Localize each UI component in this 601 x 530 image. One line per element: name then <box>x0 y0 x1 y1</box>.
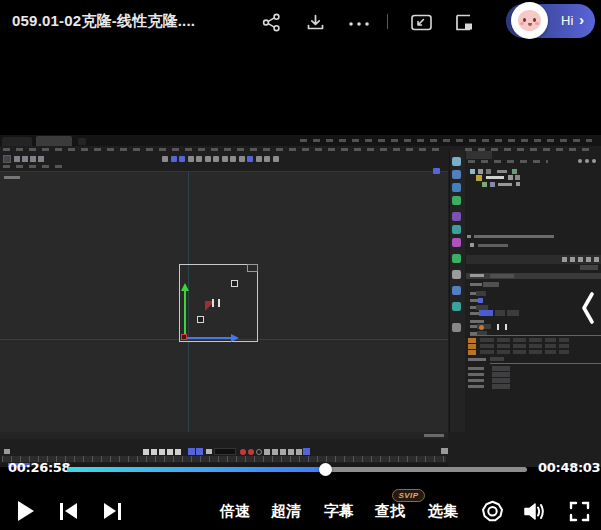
keying-icon[interactable] <box>288 449 294 455</box>
mode-tool-icon[interactable] <box>452 225 461 234</box>
tool-icon[interactable] <box>196 156 202 162</box>
object-handle[interactable] <box>231 280 238 287</box>
play-button[interactable] <box>18 501 36 521</box>
quality-button[interactable]: 超清 <box>271 502 301 521</box>
keying-icon[interactable] <box>280 449 286 455</box>
object-tree-item[interactable] <box>516 182 520 186</box>
transport-icon[interactable] <box>175 449 181 455</box>
attr-field[interactable] <box>513 350 526 354</box>
share-icon[interactable] <box>262 12 284 32</box>
tool-icon[interactable] <box>222 156 228 162</box>
transport-icon-active[interactable] <box>196 448 203 455</box>
attr-field[interactable] <box>513 344 526 348</box>
attr-field[interactable] <box>480 338 494 342</box>
keying-icon[interactable] <box>264 449 270 455</box>
x-axis-arrow[interactable] <box>187 337 231 339</box>
search-icon[interactable] <box>585 159 589 163</box>
tool-icon[interactable] <box>205 156 211 162</box>
transport-icon-active[interactable] <box>188 448 195 455</box>
transport-icon[interactable] <box>167 449 173 455</box>
object-tree-item[interactable] <box>490 182 495 187</box>
tool-icon[interactable] <box>171 156 177 162</box>
mode-tool-icon[interactable] <box>452 238 461 247</box>
mode-tool-icon[interactable] <box>452 170 461 179</box>
y-axis-arrow[interactable] <box>184 290 186 336</box>
attr-header-icon[interactable] <box>570 257 575 262</box>
tool-icon[interactable] <box>3 155 11 163</box>
volume-icon[interactable] <box>522 500 546 524</box>
record-icon[interactable] <box>240 449 246 455</box>
attr-field[interactable] <box>545 350 556 354</box>
tool-icon[interactable] <box>247 156 253 162</box>
attr-field[interactable] <box>492 372 510 377</box>
attr-checkbox[interactable] <box>478 298 483 303</box>
attr-field[interactable] <box>483 282 499 287</box>
slider-handle[interactable] <box>497 324 499 330</box>
object-tree-item[interactable] <box>512 169 517 174</box>
tool-icon[interactable] <box>188 156 194 162</box>
progress-bar[interactable] <box>67 467 527 472</box>
attr-field[interactable] <box>480 344 494 348</box>
previous-episode-button[interactable] <box>60 503 78 520</box>
tool-icon[interactable] <box>14 156 20 162</box>
tool-icon[interactable] <box>162 156 168 162</box>
subtitles-button[interactable]: 字幕 <box>324 502 354 521</box>
attr-header-icon[interactable] <box>562 257 567 262</box>
download-icon[interactable] <box>306 12 328 32</box>
record-icon[interactable] <box>256 449 262 455</box>
object-tree-item[interactable] <box>498 183 512 186</box>
attr-mini-field[interactable] <box>580 265 598 270</box>
attr-field[interactable] <box>545 338 556 342</box>
mode-tool-icon[interactable] <box>452 286 461 295</box>
keying-icon[interactable] <box>296 449 302 455</box>
attr-field[interactable] <box>492 378 510 383</box>
attr-field[interactable] <box>492 384 510 389</box>
mode-tool-icon[interactable] <box>452 302 461 311</box>
search-icon[interactable] <box>578 159 582 163</box>
tool-icon[interactable] <box>179 156 185 162</box>
attr-field[interactable] <box>497 344 510 348</box>
mode-tool-icon[interactable] <box>452 212 461 221</box>
attr-swatch[interactable] <box>479 325 484 330</box>
object-tree-item[interactable] <box>486 169 491 174</box>
record-icon[interactable] <box>248 449 254 455</box>
attr-field[interactable] <box>513 338 526 342</box>
attr-header-icon[interactable] <box>594 257 599 262</box>
attr-field[interactable] <box>480 350 494 354</box>
search-icon[interactable] <box>592 159 596 163</box>
attr-field[interactable] <box>497 338 510 342</box>
origin-handle[interactable] <box>181 334 187 340</box>
object-tree-item[interactable] <box>482 182 487 187</box>
tool-icon[interactable] <box>230 156 236 162</box>
speed-button[interactable]: 倍速 <box>220 502 250 521</box>
tool-icon[interactable] <box>264 156 270 162</box>
playlist-button[interactable]: 选集 <box>428 502 458 521</box>
attr-field[interactable] <box>490 357 504 361</box>
object-handle[interactable] <box>197 316 204 323</box>
fullscreen-icon[interactable] <box>567 501 591 525</box>
segment[interactable] <box>495 310 505 316</box>
attr-field[interactable] <box>559 338 569 342</box>
progress-thumb[interactable] <box>319 463 332 476</box>
object-tree-item[interactable] <box>486 176 504 179</box>
mode-tool-icon[interactable] <box>452 183 461 192</box>
account-button[interactable]: Hi › <box>506 4 595 38</box>
attr-field[interactable] <box>529 350 542 354</box>
tool-icon[interactable] <box>256 156 262 162</box>
episode-panel-toggle[interactable] <box>579 288 597 328</box>
attr-header-icon[interactable] <box>578 257 583 262</box>
next-episode-button[interactable] <box>104 503 122 520</box>
segment[interactable] <box>507 310 519 316</box>
tool-icon[interactable] <box>22 156 28 162</box>
segment-selected[interactable] <box>479 310 493 316</box>
keying-icon-active[interactable] <box>303 448 310 455</box>
mode-tool-icon[interactable] <box>452 270 461 279</box>
pip-icon[interactable] <box>410 12 432 32</box>
settings-icon[interactable] <box>480 500 504 524</box>
attr-field[interactable] <box>529 344 542 348</box>
mode-tool-icon[interactable] <box>452 323 461 332</box>
tool-icon[interactable] <box>213 156 219 162</box>
mode-tool-icon[interactable] <box>452 196 461 205</box>
attr-band-field[interactable] <box>490 274 514 278</box>
attr-field[interactable] <box>492 366 510 371</box>
